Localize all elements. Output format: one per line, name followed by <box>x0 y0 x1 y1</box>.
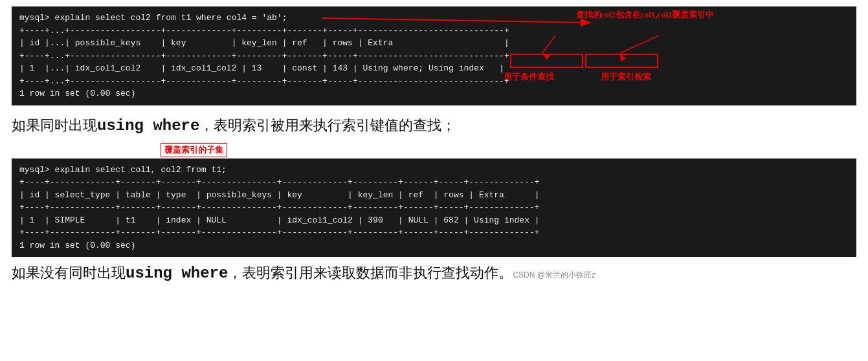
prose1-code: using where <box>97 117 199 135</box>
annotation-index-cover: 查找的col2包含在col1,col2覆盖索引中 <box>576 9 714 21</box>
prose2-after: ，表明索引用来读取数据而非执行查找动作。 <box>228 265 513 281</box>
page-container: mysql> explain select col2 from t1 where… <box>0 0 868 361</box>
prose2-before: 如果没有同时出现 <box>12 265 126 281</box>
bottom-section: 覆盖索引的子集 mysql> explain select col1, col2… <box>12 143 856 257</box>
prose1-after: ，表明索引被用来执行索引键值的查找； <box>199 117 456 133</box>
top-section: mysql> explain select col2 from t1 where… <box>12 6 856 105</box>
csdn-credit: CSDN @米兰的小铁匠z <box>513 270 595 279</box>
prose-line-1: 如果同时出现using where，表明索引被用来执行索引键值的查找； <box>12 115 856 138</box>
top-code-block: mysql> explain select col2 from t1 where… <box>12 6 856 105</box>
label-subset: 覆盖索引的子集 <box>161 143 227 157</box>
annotation-index-search: 用于索引检索 <box>601 71 651 83</box>
annotation-condition: 用于条件查找 <box>504 71 554 83</box>
bottom-code-block: mysql> explain select col1, col2 from t1… <box>12 159 856 257</box>
prose1-before: 如果同时出现 <box>12 117 97 133</box>
prose-line-2: 如果没有同时出现using where，表明索引用来读取数据而非执行查找动作。C… <box>12 263 856 283</box>
prose2-code: using where <box>126 265 228 282</box>
